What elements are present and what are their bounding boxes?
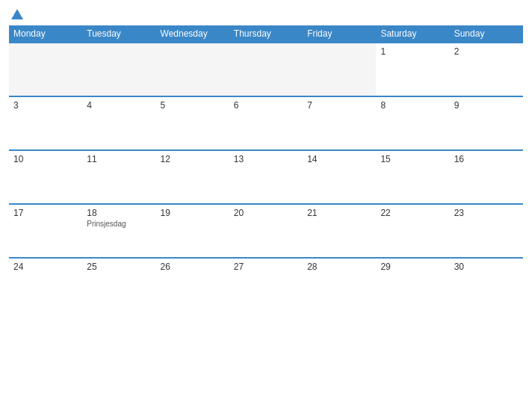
day-cell: 15	[376, 150, 449, 204]
day-number: 22	[380, 208, 445, 218]
week-row-3: 10111213141516	[9, 150, 523, 204]
day-cell: 12	[156, 150, 229, 204]
week-row-4: 1718Prinsjesdag1920212223	[9, 204, 523, 258]
day-cell: 8	[376, 96, 449, 150]
day-number: 27	[234, 262, 298, 272]
calendar-table: MondayTuesdayWednesdayThursdayFridaySatu…	[9, 25, 523, 312]
day-cell: 25	[82, 258, 155, 312]
week-row-1: 12	[9, 43, 523, 96]
day-number: 2	[454, 46, 519, 57]
day-cell	[303, 43, 376, 96]
weekday-header-sunday: Sunday	[450, 25, 523, 43]
weekday-header-saturday: Saturday	[376, 25, 449, 43]
day-cell: 23	[450, 204, 523, 258]
logo-icon	[10, 7, 25, 21]
day-number: 24	[13, 262, 78, 272]
day-cell: 24	[9, 258, 82, 312]
day-number: 23	[454, 208, 519, 218]
week-row-2: 3456789	[9, 96, 523, 150]
day-cell: 30	[450, 258, 523, 312]
day-cell: 28	[303, 258, 376, 312]
logo	[9, 7, 25, 21]
day-cell: 2	[450, 43, 523, 96]
day-cell: 1	[376, 43, 449, 96]
day-number: 11	[87, 154, 151, 164]
day-number: 13	[234, 154, 298, 164]
day-cell: 21	[303, 204, 376, 258]
day-cell: 11	[82, 150, 155, 204]
day-cell: 7	[303, 96, 376, 150]
day-cell: 14	[303, 150, 376, 204]
day-cell: 26	[156, 258, 229, 312]
header	[9, 7, 523, 21]
day-cell	[9, 43, 82, 96]
day-cell: 10	[9, 150, 82, 204]
day-number: 26	[161, 262, 225, 272]
day-number: 17	[13, 208, 78, 218]
day-number: 25	[87, 262, 151, 272]
day-number: 1	[380, 46, 445, 57]
day-number: 16	[454, 154, 519, 164]
day-cell	[82, 43, 155, 96]
week-row-5: 24252627282930	[9, 258, 523, 312]
day-cell: 19	[156, 204, 229, 258]
day-event: Prinsjesdag	[87, 220, 151, 228]
weekday-header-wednesday: Wednesday	[156, 25, 229, 43]
day-number: 18	[87, 208, 151, 218]
day-number: 30	[454, 262, 519, 272]
day-cell: 27	[229, 258, 303, 312]
day-number: 4	[87, 100, 151, 111]
day-number: 8	[380, 100, 445, 111]
day-cell	[156, 43, 229, 96]
weekday-header-row: MondayTuesdayWednesdayThursdayFridaySatu…	[9, 25, 523, 43]
day-number: 15	[380, 154, 445, 164]
day-cell: 17	[9, 204, 82, 258]
day-cell: 18Prinsjesdag	[82, 204, 155, 258]
day-cell: 9	[450, 96, 523, 150]
weekday-header-monday: Monday	[9, 25, 82, 43]
day-number: 14	[307, 154, 371, 164]
day-number: 21	[307, 208, 371, 218]
day-number: 5	[161, 100, 225, 111]
weekday-header-friday: Friday	[303, 25, 376, 43]
day-number: 7	[307, 100, 371, 111]
day-number: 20	[234, 208, 298, 218]
day-number: 3	[13, 100, 78, 111]
day-cell: 5	[156, 96, 229, 150]
calendar-page: MondayTuesdayWednesdayThursdayFridaySatu…	[0, 0, 532, 411]
day-cell: 13	[229, 150, 303, 204]
svg-marker-0	[11, 9, 23, 19]
weekday-header-tuesday: Tuesday	[82, 25, 155, 43]
day-cell: 29	[376, 258, 449, 312]
day-cell: 6	[229, 96, 303, 150]
day-number: 9	[454, 100, 519, 111]
weekday-header-thursday: Thursday	[229, 25, 303, 43]
day-cell: 22	[376, 204, 449, 258]
day-number: 29	[380, 262, 445, 272]
day-cell: 20	[229, 204, 303, 258]
day-number: 10	[13, 154, 78, 164]
day-cell	[229, 43, 303, 96]
day-number: 6	[234, 100, 298, 111]
day-number: 12	[161, 154, 225, 164]
day-number: 19	[161, 208, 225, 218]
day-cell: 16	[450, 150, 523, 204]
day-number: 28	[307, 262, 371, 272]
day-cell: 3	[9, 96, 82, 150]
day-cell: 4	[82, 96, 155, 150]
